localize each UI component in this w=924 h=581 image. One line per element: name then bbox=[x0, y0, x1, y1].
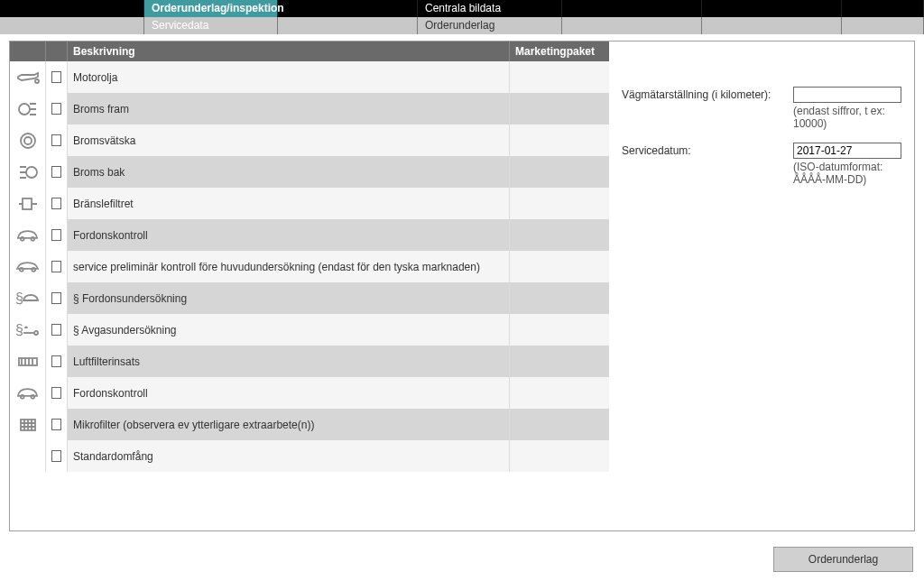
row-checkbox[interactable] bbox=[46, 377, 68, 409]
row-marketingpaket bbox=[510, 440, 609, 472]
tab-centrala-bildata[interactable]: Centrala bildata bbox=[418, 0, 562, 17]
row-description: Mikrofilter (observera ev ytterligare ex… bbox=[68, 409, 510, 440]
th-checkbox bbox=[46, 42, 68, 61]
table-row: Mikrofilter (observera ev ytterligare ex… bbox=[10, 409, 609, 440]
row-marketingpaket bbox=[510, 346, 609, 377]
oil-can-icon bbox=[10, 61, 46, 93]
table-row: Fordonskontroll bbox=[10, 377, 609, 409]
row-description: § Avgasundersökning bbox=[68, 314, 510, 346]
menubar-r2-spacer-mid2 bbox=[562, 17, 702, 34]
service-form: Vägmätarställning (i kilometer): (endast… bbox=[609, 42, 914, 530]
menubar-r1-spacer-right bbox=[842, 0, 924, 17]
menubar-row-2: Servicedata Orderunderlag bbox=[0, 17, 924, 34]
svg-point-1 bbox=[19, 104, 30, 115]
row-checkbox[interactable] bbox=[46, 346, 68, 377]
svg-point-9 bbox=[32, 267, 35, 271]
row-checkbox[interactable] bbox=[46, 440, 68, 472]
microfilter-icon bbox=[10, 409, 46, 440]
main-panel: Beskrivning Marketingpaket MotoroljaBrom… bbox=[9, 41, 915, 531]
row-checkbox[interactable] bbox=[46, 156, 68, 188]
brake-disc-icon bbox=[10, 124, 46, 156]
tab-orderunderlag[interactable]: Orderunderlag bbox=[418, 17, 562, 34]
row-description: Motorolja bbox=[68, 61, 510, 93]
table-row: §§ Fordonsundersökning bbox=[10, 282, 609, 314]
row-description: Broms fram bbox=[68, 93, 510, 124]
air-filter-icon bbox=[10, 346, 46, 377]
row-marketingpaket bbox=[510, 314, 609, 346]
row-description: Bränslefiltret bbox=[68, 188, 510, 219]
menubar-r1-spacer-mid3 bbox=[702, 0, 842, 17]
row-description: Standardomfång bbox=[68, 440, 510, 472]
row-checkbox[interactable] bbox=[46, 61, 68, 93]
orderunderlag-button[interactable]: Orderunderlag bbox=[773, 547, 913, 572]
mileage-label: Vägmätarställning (i kilometer): bbox=[622, 88, 793, 101]
mileage-input[interactable] bbox=[793, 87, 901, 103]
menubar-r1-spacer-mid1 bbox=[278, 0, 418, 17]
row-description: Luftfilterinsats bbox=[68, 346, 510, 377]
row-checkbox[interactable] bbox=[46, 282, 68, 314]
mileage-help: (endast siffror, t ex: 10000) bbox=[793, 105, 901, 130]
table-row: Standardomfång bbox=[10, 440, 609, 472]
svg-point-13 bbox=[31, 394, 34, 398]
row-checkbox[interactable] bbox=[46, 188, 68, 219]
row-description: Fordonskontroll bbox=[68, 377, 510, 409]
svg-point-4 bbox=[26, 167, 37, 178]
menubar-r2-spacer-mid3 bbox=[702, 17, 842, 34]
tab-servicedata[interactable]: Servicedata bbox=[144, 17, 278, 34]
servicedate-input[interactable] bbox=[793, 143, 901, 159]
checkbox-icon bbox=[51, 229, 61, 241]
svg-point-12 bbox=[21, 394, 24, 398]
table-row: Bränslefiltret bbox=[10, 188, 609, 219]
checkbox-icon bbox=[51, 103, 61, 115]
car-outline-icon bbox=[10, 251, 46, 282]
menubar-r1-spacer-mid2 bbox=[562, 0, 702, 17]
table-body: MotoroljaBroms framBromsvätskaBroms bakB… bbox=[10, 61, 609, 530]
table-header: Beskrivning Marketingpaket bbox=[10, 42, 609, 61]
svg-point-6 bbox=[21, 236, 24, 240]
svg-rect-5 bbox=[23, 198, 32, 209]
menubar-r2-spacer-right bbox=[842, 17, 924, 34]
fuel-filter-icon bbox=[10, 188, 46, 219]
paragraph-exhaust-icon: § bbox=[10, 314, 46, 346]
row-description: Bromsvätska bbox=[68, 124, 510, 156]
row-marketingpaket bbox=[510, 282, 609, 314]
row-marketingpaket bbox=[510, 93, 609, 124]
car-check-icon bbox=[10, 377, 46, 409]
checkbox-icon bbox=[51, 324, 61, 336]
row-marketingpaket bbox=[510, 188, 609, 219]
row-marketingpaket bbox=[510, 156, 609, 188]
row-description: Fordonskontroll bbox=[68, 219, 510, 251]
row-checkbox[interactable] bbox=[46, 93, 68, 124]
row-checkbox[interactable] bbox=[46, 251, 68, 282]
car-check-icon bbox=[10, 219, 46, 251]
svg-point-2 bbox=[21, 134, 35, 148]
row-checkbox[interactable] bbox=[46, 124, 68, 156]
table-row: Luftfilterinsats bbox=[10, 346, 609, 377]
table-row: Motorolja bbox=[10, 61, 609, 93]
row-description: § Fordonsundersökning bbox=[68, 282, 510, 314]
checkbox-icon bbox=[51, 450, 61, 462]
brake-rear-icon bbox=[10, 156, 46, 188]
row-marketingpaket bbox=[510, 409, 609, 440]
table-row: service preliminär kontroll före huvudun… bbox=[10, 251, 609, 282]
table-row: §§ Avgasundersökning bbox=[10, 314, 609, 346]
service-items-table: Beskrivning Marketingpaket MotoroljaBrom… bbox=[10, 42, 609, 530]
table-row: Broms bak bbox=[10, 156, 609, 188]
th-marketingpaket: Marketingpaket bbox=[510, 42, 609, 61]
row-checkbox[interactable] bbox=[46, 314, 68, 346]
checkbox-icon bbox=[51, 198, 61, 209]
menubar-r2-spacer-mid1 bbox=[278, 17, 418, 34]
checkbox-icon bbox=[51, 355, 61, 367]
menubar-r2-spacer-left bbox=[0, 17, 144, 34]
row-marketingpaket bbox=[510, 377, 609, 409]
th-description: Beskrivning bbox=[68, 42, 510, 61]
tab-orderunderlag-inspektion[interactable]: Orderunderlag/inspektion bbox=[144, 0, 278, 17]
menubar-r1-spacer-left bbox=[0, 0, 144, 17]
row-checkbox[interactable] bbox=[46, 219, 68, 251]
servicedate-help: (ISO-datumformat: ÅÅÅÅ-MM-DD) bbox=[793, 161, 901, 186]
table-row: Broms fram bbox=[10, 93, 609, 124]
checkbox-icon bbox=[51, 292, 61, 304]
checkbox-icon bbox=[51, 134, 61, 146]
row-description: Broms bak bbox=[68, 156, 510, 188]
row-checkbox[interactable] bbox=[46, 409, 68, 440]
